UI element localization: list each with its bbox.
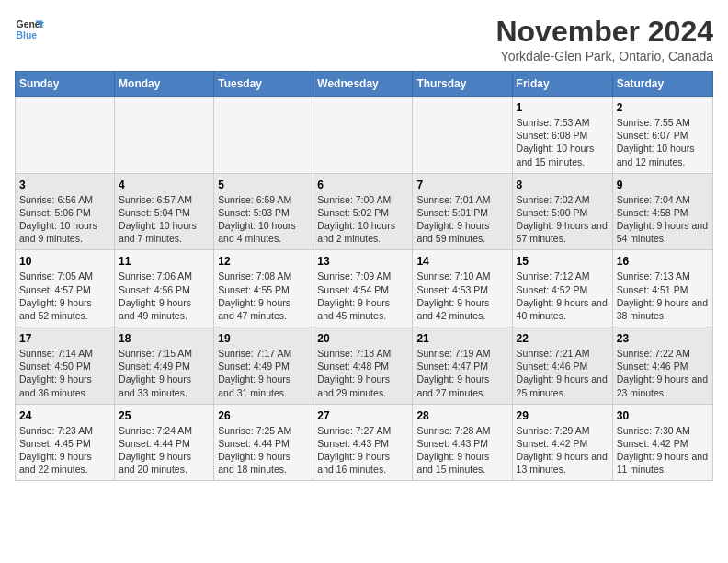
day-info: Sunrise: 7:15 AMSunset: 4:49 PMDaylight:… [119, 347, 210, 399]
title-block: November 2024 Yorkdale-Glen Park, Ontari… [495, 15, 713, 63]
day-number: 14 [416, 255, 507, 268]
day-number: 15 [517, 255, 609, 268]
day-info: Sunrise: 7:12 AMSunset: 4:52 PMDaylight:… [517, 270, 609, 322]
day-number: 28 [416, 409, 507, 422]
day-number: 17 [19, 332, 110, 345]
day-cell: 19Sunrise: 7:17 AMSunset: 4:49 PMDayligh… [214, 327, 313, 405]
day-cell: 29Sunrise: 7:29 AMSunset: 4:42 PMDayligh… [512, 404, 612, 481]
day-number: 8 [517, 178, 609, 191]
day-cell: 23Sunrise: 7:22 AMSunset: 4:46 PMDayligh… [612, 327, 712, 405]
day-info: Sunrise: 7:27 AMSunset: 4:43 PMDaylight:… [317, 424, 408, 477]
day-cell: 21Sunrise: 7:19 AMSunset: 4:47 PMDayligh… [413, 327, 512, 405]
header-cell-sunday: Sunday [16, 72, 115, 97]
day-number: 21 [416, 332, 507, 345]
header-cell-wednesday: Wednesday [313, 72, 413, 97]
day-number: 13 [317, 255, 408, 268]
day-info: Sunrise: 7:02 AMSunset: 5:00 PMDaylight:… [517, 193, 609, 246]
day-info: Sunrise: 7:17 AMSunset: 4:49 PMDaylight:… [218, 347, 309, 399]
day-cell: 22Sunrise: 7:21 AMSunset: 4:46 PMDayligh… [512, 327, 612, 405]
location: Yorkdale-Glen Park, Ontario, Canada [495, 49, 713, 63]
day-cell: 13Sunrise: 7:09 AMSunset: 4:54 PMDayligh… [313, 250, 413, 327]
day-cell: 25Sunrise: 7:24 AMSunset: 4:44 PMDayligh… [115, 404, 214, 481]
day-info: Sunrise: 7:53 AMSunset: 6:08 PMDaylight:… [517, 116, 609, 168]
day-cell: 9Sunrise: 7:04 AMSunset: 4:58 PMDaylight… [612, 173, 712, 250]
day-info: Sunrise: 7:08 AMSunset: 4:55 PMDaylight:… [218, 270, 309, 322]
day-number: 22 [517, 332, 609, 345]
day-info: Sunrise: 7:55 AMSunset: 6:07 PMDaylight:… [617, 116, 709, 168]
day-cell: 2Sunrise: 7:55 AMSunset: 6:07 PMDaylight… [612, 97, 712, 174]
day-cell: 18Sunrise: 7:15 AMSunset: 4:49 PMDayligh… [115, 327, 214, 405]
day-number: 25 [119, 409, 210, 422]
day-cell [115, 97, 214, 174]
month-title: November 2024 [495, 15, 713, 49]
day-info: Sunrise: 7:21 AMSunset: 4:46 PMDaylight:… [517, 347, 609, 399]
svg-text:Blue: Blue [17, 30, 38, 40]
day-cell: 24Sunrise: 7:23 AMSunset: 4:45 PMDayligh… [16, 404, 115, 481]
day-number: 30 [617, 409, 709, 422]
day-info: Sunrise: 7:22 AMSunset: 4:46 PMDaylight:… [617, 347, 709, 399]
day-number: 7 [416, 178, 507, 191]
day-info: Sunrise: 7:30 AMSunset: 4:42 PMDaylight:… [617, 424, 709, 477]
header-cell-thursday: Thursday [413, 72, 512, 97]
day-cell: 5Sunrise: 6:59 AMSunset: 5:03 PMDaylight… [214, 173, 313, 250]
day-number: 29 [517, 409, 609, 422]
page-header: General Blue November 2024 Yorkdale-Glen… [15, 15, 713, 63]
day-cell [16, 97, 115, 174]
day-number: 18 [119, 332, 210, 345]
day-info: Sunrise: 7:05 AMSunset: 4:57 PMDaylight:… [19, 270, 110, 322]
day-cell: 1Sunrise: 7:53 AMSunset: 6:08 PMDaylight… [512, 97, 612, 174]
week-row-3: 17Sunrise: 7:14 AMSunset: 4:50 PMDayligh… [16, 327, 713, 405]
day-info: Sunrise: 6:56 AMSunset: 5:06 PMDaylight:… [19, 193, 110, 246]
day-number: 6 [317, 178, 408, 191]
day-cell: 30Sunrise: 7:30 AMSunset: 4:42 PMDayligh… [612, 404, 712, 481]
day-info: Sunrise: 7:29 AMSunset: 4:42 PMDaylight:… [517, 424, 609, 477]
day-info: Sunrise: 7:09 AMSunset: 4:54 PMDaylight:… [317, 270, 408, 322]
day-cell: 16Sunrise: 7:13 AMSunset: 4:51 PMDayligh… [612, 250, 712, 327]
day-cell: 7Sunrise: 7:01 AMSunset: 5:01 PMDaylight… [413, 173, 512, 250]
day-info: Sunrise: 7:23 AMSunset: 4:45 PMDaylight:… [19, 424, 110, 477]
day-info: Sunrise: 7:25 AMSunset: 4:44 PMDaylight:… [218, 424, 309, 477]
day-number: 16 [617, 255, 709, 268]
day-number: 26 [218, 409, 309, 422]
day-cell: 6Sunrise: 7:00 AMSunset: 5:02 PMDaylight… [313, 173, 413, 250]
day-cell: 26Sunrise: 7:25 AMSunset: 4:44 PMDayligh… [214, 404, 313, 481]
day-number: 1 [517, 101, 609, 114]
day-info: Sunrise: 7:01 AMSunset: 5:01 PMDaylight:… [416, 193, 507, 246]
day-info: Sunrise: 6:59 AMSunset: 5:03 PMDaylight:… [218, 193, 309, 246]
header-cell-monday: Monday [115, 72, 214, 97]
day-cell: 8Sunrise: 7:02 AMSunset: 5:00 PMDaylight… [512, 173, 612, 250]
week-row-1: 3Sunrise: 6:56 AMSunset: 5:06 PMDaylight… [16, 173, 713, 250]
day-cell: 15Sunrise: 7:12 AMSunset: 4:52 PMDayligh… [512, 250, 612, 327]
day-cell: 14Sunrise: 7:10 AMSunset: 4:53 PMDayligh… [413, 250, 512, 327]
week-row-4: 24Sunrise: 7:23 AMSunset: 4:45 PMDayligh… [16, 404, 713, 481]
day-number: 3 [19, 178, 110, 191]
day-number: 2 [617, 101, 709, 114]
header-row: SundayMondayTuesdayWednesdayThursdayFrid… [16, 72, 713, 97]
day-cell: 12Sunrise: 7:08 AMSunset: 4:55 PMDayligh… [214, 250, 313, 327]
day-info: Sunrise: 6:57 AMSunset: 5:04 PMDaylight:… [119, 193, 210, 246]
day-number: 27 [317, 409, 408, 422]
day-cell: 3Sunrise: 6:56 AMSunset: 5:06 PMDaylight… [16, 173, 115, 250]
day-cell: 4Sunrise: 6:57 AMSunset: 5:04 PMDaylight… [115, 173, 214, 250]
day-info: Sunrise: 7:10 AMSunset: 4:53 PMDaylight:… [416, 270, 507, 322]
logo-icon: General Blue [15, 15, 44, 44]
day-number: 9 [617, 178, 709, 191]
calendar-table: SundayMondayTuesdayWednesdayThursdayFrid… [15, 71, 713, 481]
day-cell [214, 97, 313, 174]
day-number: 10 [19, 255, 110, 268]
day-info: Sunrise: 7:24 AMSunset: 4:44 PMDaylight:… [119, 424, 210, 477]
day-info: Sunrise: 7:14 AMSunset: 4:50 PMDaylight:… [19, 347, 110, 399]
day-info: Sunrise: 7:19 AMSunset: 4:47 PMDaylight:… [416, 347, 507, 399]
day-number: 4 [119, 178, 210, 191]
day-cell: 17Sunrise: 7:14 AMSunset: 4:50 PMDayligh… [16, 327, 115, 405]
header-cell-friday: Friday [512, 72, 612, 97]
header-cell-tuesday: Tuesday [214, 72, 313, 97]
day-number: 20 [317, 332, 408, 345]
calendar-body: 1Sunrise: 7:53 AMSunset: 6:08 PMDaylight… [16, 97, 713, 481]
logo: General Blue [15, 15, 44, 44]
week-row-2: 10Sunrise: 7:05 AMSunset: 4:57 PMDayligh… [16, 250, 713, 327]
day-number: 5 [218, 178, 309, 191]
day-cell [313, 97, 413, 174]
day-cell: 11Sunrise: 7:06 AMSunset: 4:56 PMDayligh… [115, 250, 214, 327]
header-cell-saturday: Saturday [612, 72, 712, 97]
